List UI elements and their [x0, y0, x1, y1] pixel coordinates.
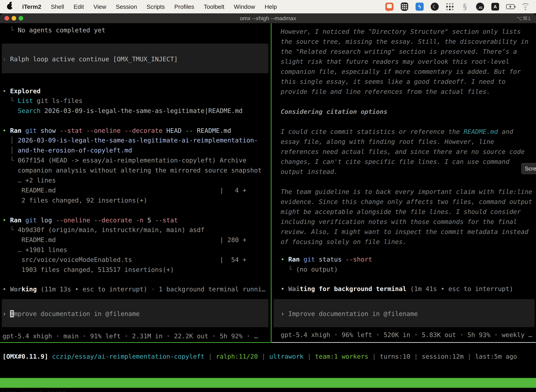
text-segment: The team guideline is to back every impo… [281, 188, 532, 195]
text-segment: 1903 files changed, 513517 insertions(+) [2, 266, 174, 273]
menu-status-icons: ϟ ☾ § ..61 A [385, 2, 536, 11]
text-segment: | [464, 353, 475, 360]
terminal-line: the source tree, missing the essay. Stil… [281, 37, 528, 47]
menu-item-profiles[interactable]: Profiles [174, 3, 194, 10]
terminal-line: companion file, especially if more comme… [281, 67, 521, 77]
text-segment: cczip/essay/ai-reimplementation-copyleft [52, 353, 205, 360]
grid-shield-icon [401, 2, 408, 11]
text-segment: | [304, 353, 315, 360]
text-segment: 2026-03-09-is-legal-the-same-as-legitima… [18, 137, 258, 144]
text-segment: ting for background terminal [300, 285, 407, 292]
reasoning-heading: Considering citation options [281, 107, 388, 117]
text-segment: slight risk that future readers may over… [281, 58, 509, 65]
text-segment: └ [2, 97, 18, 104]
right-prompt-input-box[interactable] [274, 299, 535, 327]
text-segment: Ran [288, 256, 300, 263]
battery-status-icon[interactable] [506, 2, 515, 11]
terminal-line: might be acceptable alongside the file l… [281, 207, 521, 217]
terminal-line: • Ran git show --stat --oneline --decora… [2, 126, 231, 135]
session-status-line: gpt-5.4 xhigh · 96% left · 520K in · 5.8… [281, 330, 532, 340]
text-segment: and [498, 128, 513, 135]
tmux-session-label[interactable]: [omx-cczip0:bash* [1, 388, 66, 392]
terminal-line: this single essay, it seems like a good … [281, 77, 506, 87]
menu-item-help[interactable]: Help [265, 3, 277, 10]
battery-icon [506, 4, 515, 9]
text-segment: (1m 41s • esc to interrupt) [410, 285, 513, 292]
menu-item-scripts[interactable]: Scripts [147, 3, 165, 10]
menu-item-shell[interactable]: Shell [51, 3, 64, 10]
grid-shield-status-icon[interactable] [400, 2, 409, 11]
text-segment [2, 107, 18, 114]
text-segment: However, I noticed the "Directory Struct… [281, 28, 521, 35]
text-segment: README.md [193, 127, 231, 134]
terminal-line: • Ran git status --short [281, 254, 372, 264]
terminal-line: the "Related research writing" section i… [281, 47, 517, 56]
text-segment: • [281, 256, 288, 263]
terminal-line: of focusing solely on file lines. [281, 237, 407, 247]
text-segment: Ran [10, 127, 21, 134]
text-segment [21, 217, 25, 224]
keyboard-layout-status-icon[interactable]: A [491, 2, 499, 11]
ralph-loop-input-box[interactable] [2, 44, 268, 73]
wifi-status-icon[interactable] [521, 2, 530, 11]
text-segment: README.md [2, 187, 220, 194]
menu-item-view[interactable]: View [93, 3, 106, 10]
menu-item-edit[interactable]: Edit [74, 3, 84, 10]
text-segment: README.md [2, 236, 220, 243]
terminal-line: provide file and line references from th… [281, 87, 490, 97]
pane-divider[interactable] [271, 23, 272, 342]
text-segment: Explored [10, 88, 40, 95]
screen-tooltip[interactable]: Scre [521, 163, 536, 174]
text-segment: src/voice/voiceModeEnabled.ts [2, 256, 220, 263]
terminal-line: └ List git ls-files [2, 96, 82, 106]
text-segment: | [258, 353, 269, 360]
omx-status-area: [OMX#0.11.9] cczip/essay/ai-reimplementa… [0, 23, 536, 392]
text-segment: essay file, along with finding root file… [281, 138, 494, 145]
text-segment: └ [2, 27, 18, 34]
text-segment: Wor [10, 285, 21, 293]
text-segment: • [2, 217, 10, 224]
terminal-line: README.md | 280 + [2, 235, 246, 245]
text-segment: might be acceptable alongside the file l… [281, 208, 521, 215]
terminal-content: └ No agents completed yet› Ralph loop ac… [0, 23, 536, 392]
text-segment: including verification notes with those … [281, 218, 517, 225]
text-segment: git [304, 256, 315, 263]
left-prompt-input-box[interactable] [2, 299, 268, 327]
text-segment: (no output) [296, 266, 338, 273]
dots-grid-status-icon[interactable] [446, 2, 454, 11]
menu-item-app[interactable]: iTerm2 [22, 3, 41, 10]
section-status-icon[interactable]: § [461, 2, 469, 11]
text-segment: | 280 + [220, 236, 246, 243]
text-segment: review. Also, I might want to inspect th… [281, 228, 528, 235]
text-segment: | [368, 353, 380, 360]
text-segment: git [25, 217, 37, 224]
chat-status-icon[interactable] [385, 2, 393, 11]
lightning-status-icon[interactable]: ϟ [415, 2, 424, 11]
terminal-line: • Waiting for background terminal (1m 41… [281, 284, 513, 294]
text-segment: │ [2, 137, 18, 144]
terminal-line: • Working (11m 13s • esc to interrupt) ·… [2, 284, 266, 294]
text-segment: │ [2, 147, 18, 154]
menu-item-session[interactable]: Session [116, 3, 137, 10]
menu-item-toolbelt[interactable]: Toolbelt [204, 3, 224, 10]
text-segment [21, 127, 25, 134]
text-segment: I could cite commit statistics or refere… [281, 128, 464, 135]
text-segment: | [410, 353, 422, 360]
text-segment: session:12m [422, 353, 464, 360]
text-segment: (11m 13s • esc to interrupt) [41, 285, 147, 293]
text-segment: --stat [155, 217, 178, 224]
text-segment: HEAD [163, 127, 185, 134]
moon-status-icon[interactable]: ☾ [431, 2, 439, 11]
text-segment: git [25, 127, 37, 134]
battery-percent-status-icon[interactable]: ..61 [476, 2, 484, 11]
apple-logo-icon[interactable] [7, 4, 13, 9]
text-segment: the "Related research writing" section i… [281, 48, 517, 55]
session-status-line: gpt-5.4 xhigh · main · 91% left · 2.31M … [2, 331, 258, 341]
text-segment [2, 177, 18, 184]
menu-item-window[interactable]: Window [234, 3, 255, 10]
terminal-line: evidence. Since this change only affects… [281, 197, 532, 207]
text-segment: └ [281, 266, 296, 273]
screen: iTerm2 ShellEditViewSessionScriptsProfil… [0, 0, 536, 392]
left-pane-bottom-border [0, 342, 271, 343]
terminal-line: Search 2026-03-09-is-legal-the-same-as-l… [2, 106, 243, 116]
